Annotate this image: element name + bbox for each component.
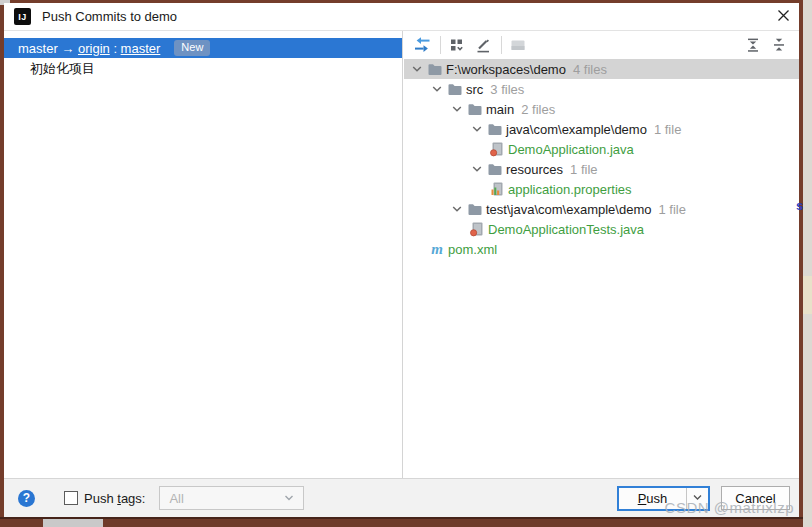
file-tree: F:\workspaces\demo4 filessrc3 filesmain2… <box>404 59 799 259</box>
tree-label: java\com\example\demo <box>506 122 647 137</box>
tags-combobox-value: All <box>169 491 183 506</box>
files-toolbar <box>404 31 799 59</box>
tree-label: DemoApplicationTests.java <box>488 222 644 237</box>
tags-combobox[interactable]: All <box>159 486 304 510</box>
tree-row[interactable]: test\java\com\example\demo1 file <box>404 199 799 219</box>
page-background-strip <box>803 0 812 527</box>
commit-list-panel: master → origin : master New 初始化项目 <box>4 31 403 478</box>
tree-row[interactable]: src3 files <box>404 79 799 99</box>
chevron-down-icon[interactable] <box>468 160 486 178</box>
tree-label: resources <box>506 162 563 177</box>
chevron-down-icon <box>283 492 295 504</box>
new-badge: New <box>174 40 210 56</box>
edit-commit-message-icon[interactable] <box>473 35 493 55</box>
chevron-down-icon[interactable] <box>428 80 446 98</box>
tree-label: pom.xml <box>448 242 497 257</box>
toolbar-separator <box>501 36 502 54</box>
folder-icon <box>466 100 484 118</box>
tree-suffix: 1 file <box>654 122 681 137</box>
tree-row[interactable]: application.properties <box>404 179 799 199</box>
folder-icon <box>486 120 504 138</box>
push-commits-dialog: IJ Push Commits to demo master → origin … <box>4 3 799 517</box>
help-icon[interactable]: ? <box>18 490 35 507</box>
tree-suffix: 1 file <box>658 202 685 217</box>
page-background-beige <box>803 276 812 314</box>
tree-row[interactable]: resources1 file <box>404 159 799 179</box>
remote-link[interactable]: origin <box>78 41 110 56</box>
folder-icon <box>486 160 504 178</box>
java-class-icon <box>488 140 506 158</box>
local-branch: master <box>18 41 58 56</box>
push-button[interactable]: Push <box>619 488 686 509</box>
tree-label: DemoApplication.java <box>508 142 634 157</box>
tree-label: F:\workspaces\demo <box>446 62 566 77</box>
tree-row[interactable]: DemoApplication.java <box>404 139 799 159</box>
push-tags-option[interactable]: Push tags: <box>64 491 145 506</box>
push-tags-checkbox[interactable] <box>64 491 78 505</box>
folder-icon <box>446 80 464 98</box>
collapse-all-icon[interactable] <box>769 35 789 55</box>
branch-row[interactable]: master → origin : master New <box>4 38 402 58</box>
clipped-page-text: s <box>796 198 803 213</box>
folder-icon <box>426 60 444 78</box>
expand-all-icon[interactable] <box>743 35 763 55</box>
push-tags-label: Push tags: <box>84 491 145 506</box>
close-button[interactable] <box>774 8 792 26</box>
commit-message[interactable]: 初始化项目 <box>4 60 95 78</box>
chevron-down-icon[interactable] <box>448 200 466 218</box>
tree-row[interactable]: java\com\example\demo1 file <box>404 119 799 139</box>
chevron-down-icon[interactable] <box>448 100 466 118</box>
chevron-down-icon[interactable] <box>468 120 486 138</box>
show-details-icon[interactable] <box>508 35 528 55</box>
tree-row[interactable]: F:\workspaces\demo4 files <box>404 59 799 79</box>
maven-icon: m <box>428 240 446 258</box>
tree-row[interactable]: mpom.xml <box>404 239 799 259</box>
intellij-logo-icon: IJ <box>14 8 31 25</box>
changed-files-panel: F:\workspaces\demo4 filessrc3 filesmain2… <box>404 31 799 478</box>
dialog-footer: ? Push tags: All Push Cancel <box>4 478 799 517</box>
tree-row[interactable]: main2 files <box>404 99 799 119</box>
toolbar-separator <box>440 36 441 54</box>
chevron-down-icon <box>692 491 703 506</box>
dialog-title: Push Commits to demo <box>42 3 177 31</box>
group-by-icon[interactable] <box>447 35 467 55</box>
cancel-button[interactable]: Cancel <box>721 486 790 510</box>
tree-row[interactable]: DemoApplicationTests.java <box>404 219 799 239</box>
tree-label: main <box>486 102 514 117</box>
tree-label: test\java\com\example\demo <box>486 202 651 217</box>
properties-icon <box>488 180 506 198</box>
show-diff-icon[interactable] <box>412 35 432 55</box>
dialog-titlebar[interactable]: IJ Push Commits to demo <box>4 3 799 31</box>
push-dropdown-button[interactable] <box>686 488 708 509</box>
tree-suffix: 2 files <box>521 102 555 117</box>
java-class-icon <box>468 220 486 238</box>
remote-branch-link[interactable]: master <box>121 41 161 56</box>
push-split-button[interactable]: Push <box>617 486 710 511</box>
tree-suffix: 4 files <box>573 62 607 77</box>
tree-suffix: 3 files <box>490 82 524 97</box>
tree-label: src <box>466 82 483 97</box>
close-icon <box>777 9 790 25</box>
tree-label: application.properties <box>508 182 632 197</box>
page-background-bottom <box>0 517 803 527</box>
folder-icon <box>466 200 484 218</box>
chevron-down-icon[interactable] <box>408 60 426 78</box>
tree-suffix: 1 file <box>570 162 597 177</box>
arrow-icon: → <box>58 41 78 56</box>
page-background-gray <box>43 519 103 527</box>
branch-separator: : <box>110 41 121 56</box>
